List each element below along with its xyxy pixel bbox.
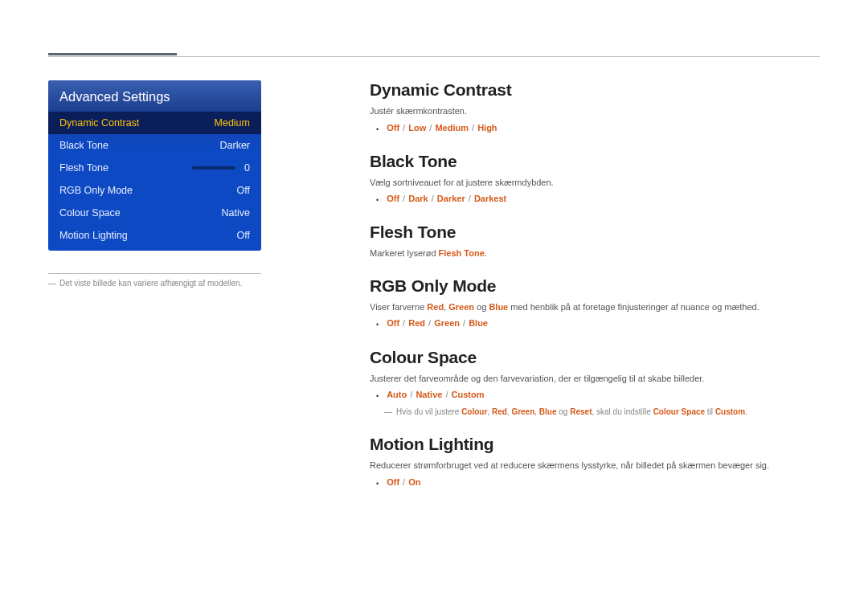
desc-text: med henblik på at foretage finjusteringe…	[508, 302, 759, 312]
row-label: Motion Lighting	[59, 230, 128, 241]
footnote: ― Det viste billede kan variere afhængig…	[48, 279, 313, 288]
section-desc: Reducerer strømforbruget ved at reducere…	[370, 459, 820, 472]
opt: High	[477, 123, 497, 133]
section-title: Motion Lighting	[370, 435, 820, 454]
page: Advanced Settings Dynamic Contrast Mediu…	[0, 0, 868, 613]
opt: Medium	[435, 123, 469, 133]
opt: Off	[387, 123, 399, 133]
desc-text: Markeret lyserød	[370, 248, 439, 258]
t: til	[705, 407, 715, 416]
opt: Dark	[408, 194, 428, 203]
opt: Off	[387, 477, 399, 487]
kw: Green	[448, 302, 474, 312]
left-column: Advanced Settings Dynamic Contrast Mediu…	[48, 80, 313, 506]
right-column: Dynamic Contrast Justér skærmkontrasten.…	[370, 80, 820, 506]
section-dynamic-contrast: Dynamic Contrast Justér skærmkontrasten.…	[370, 80, 820, 136]
menu-row-flesh-tone[interactable]: Flesh Tone 0	[48, 157, 261, 179]
options-list: Off / Low / Medium / High	[387, 123, 497, 133]
header-tab-indicator	[48, 53, 177, 55]
section-title: Dynamic Contrast	[370, 80, 820, 100]
row-value: Medium	[210, 117, 250, 129]
options-bullet: • Off / Low / Medium / High	[376, 123, 820, 136]
kw: Red	[427, 302, 444, 312]
opt: Custom	[452, 390, 485, 399]
section-desc: Justerer det farveområde og den farvevar…	[370, 372, 820, 386]
desc-text: .	[485, 248, 487, 258]
t: , skal du indstille	[592, 407, 653, 416]
note-dash: ―	[384, 406, 392, 419]
menu-row-motion-lighting[interactable]: Motion Lighting Off	[48, 224, 261, 251]
header-rule	[48, 56, 820, 57]
opt: On	[408, 477, 420, 487]
row-value: Off	[210, 230, 250, 241]
opt: Native	[416, 390, 442, 399]
row-value: 0	[242, 162, 250, 174]
opt: Darkest	[474, 194, 506, 203]
footnote-dash: ―	[48, 279, 56, 288]
row-value: Darker	[210, 140, 250, 151]
options-list: Off / On	[387, 477, 420, 487]
section-desc: Viser farverne Red, Green og Blue med he…	[370, 300, 820, 314]
footnote-text: Det viste billede kan variere afhængigt …	[59, 279, 242, 288]
options-list: Off / Red / Green / Blue	[387, 318, 488, 328]
opt: Auto	[387, 390, 407, 399]
section-desc: Justér skærmkontrasten.	[370, 104, 820, 118]
options-bullet: • Off / Red / Green / Blue	[376, 318, 820, 331]
bullet-dot: •	[376, 194, 379, 206]
section-desc: Markeret lyserød Flesh Tone.	[370, 247, 820, 260]
section-desc: Vælg sortniveauet for at justere skærmdy…	[370, 176, 820, 190]
opt: Red	[408, 318, 425, 328]
section-colour-space: Colour Space Justerer det farveområde og…	[370, 348, 820, 419]
kw: Reset	[570, 407, 592, 416]
section-title: RGB Only Mode	[370, 276, 820, 296]
footnote-rule	[48, 273, 261, 274]
kw: Red	[492, 407, 507, 416]
row-value: Off	[210, 185, 250, 196]
kw: Blue	[489, 302, 508, 312]
options-bullet: • Off / On	[376, 477, 820, 490]
section-title: Flesh Tone	[370, 223, 820, 242]
opt: Darker	[437, 194, 465, 203]
menu-row-rgb-only[interactable]: RGB Only Mode Off	[48, 179, 261, 202]
desc-bold: Flesh Tone	[439, 248, 485, 258]
bullet-dot: •	[376, 123, 379, 136]
opt: Off	[387, 194, 399, 203]
menu-row-dynamic-contrast[interactable]: Dynamic Contrast Medium	[48, 112, 261, 134]
options-list: Off / Dark / Darker / Darkest	[387, 194, 506, 203]
menu-row-black-tone[interactable]: Black Tone Darker	[48, 134, 261, 157]
section-title: Colour Space	[370, 348, 820, 367]
slider-wrap: 0	[192, 162, 250, 174]
opt: Off	[387, 318, 399, 328]
options-list: Auto / Native / Custom	[387, 390, 484, 399]
kw: Green	[511, 407, 534, 416]
opt: Low	[408, 123, 426, 133]
row-label: RGB Only Mode	[59, 185, 133, 196]
section-rgb-only: RGB Only Mode Viser farverne Red, Green …	[370, 276, 820, 332]
kw: Colour Space	[653, 407, 705, 416]
row-label: Flesh Tone	[59, 162, 108, 174]
options-bullet: • Off / Dark / Darker / Darkest	[376, 194, 820, 206]
kw: Blue	[539, 407, 557, 416]
bullet-dot: •	[376, 390, 379, 403]
section-flesh-tone: Flesh Tone Markeret lyserød Flesh Tone.	[370, 223, 820, 260]
row-label: Colour Space	[59, 207, 121, 219]
desc-text: Viser farverne	[370, 302, 427, 312]
opt: Blue	[469, 318, 488, 328]
content-columns: Advanced Settings Dynamic Contrast Mediu…	[48, 80, 820, 506]
bullet-dot: •	[376, 318, 379, 331]
kw: Custom	[715, 407, 745, 416]
section-black-tone: Black Tone Vælg sortniveauet for at just…	[370, 152, 820, 207]
bullet-dot: •	[376, 477, 379, 490]
row-value: Native	[210, 207, 250, 219]
sep: og	[474, 302, 489, 312]
note-text: Hvis du vil justere Colour, Red, Green, …	[396, 406, 747, 419]
slider-track[interactable]	[192, 166, 235, 170]
t: Hvis du vil justere	[396, 407, 461, 416]
menu-row-colour-space[interactable]: Colour Space Native	[48, 202, 261, 224]
note: ― Hvis du vil justere Colour, Red, Green…	[384, 406, 820, 419]
kw: Colour	[461, 407, 487, 416]
row-label: Black Tone	[59, 140, 108, 151]
options-bullet: • Auto / Native / Custom	[376, 390, 820, 403]
advanced-settings-panel: Advanced Settings Dynamic Contrast Mediu…	[48, 80, 261, 251]
opt: Green	[434, 318, 460, 328]
